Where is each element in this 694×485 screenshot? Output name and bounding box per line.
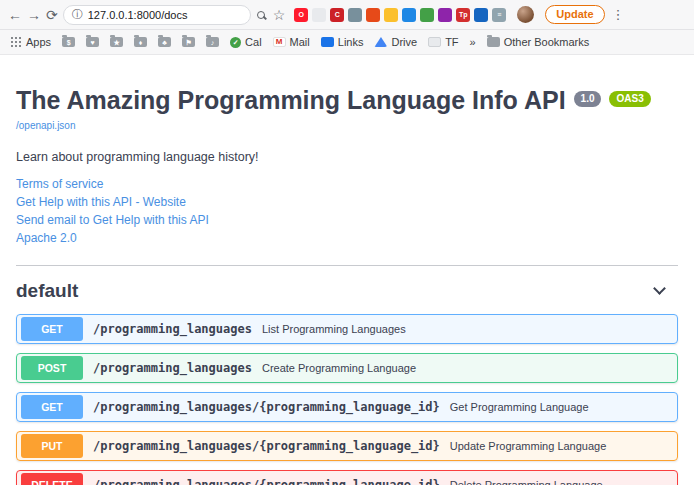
tag-section-title: default: [16, 280, 78, 302]
bookmark-icon: ♦: [134, 37, 147, 47]
tag-section-header[interactable]: default: [16, 266, 678, 314]
method-badge: PUT: [21, 434, 83, 458]
browser-menu-icon[interactable]: ⋮: [612, 8, 625, 21]
operation-summary: List Programming Languages: [262, 323, 406, 335]
bookmark-item[interactable]: Drive: [374, 36, 417, 48]
operation-row[interactable]: DELETE /programming_languages/{programmi…: [16, 470, 678, 485]
forward-icon[interactable]: →: [27, 8, 41, 22]
operation-summary: Create Programming Language: [262, 362, 416, 374]
bookmark-icon: ✓: [230, 37, 241, 48]
bookmark-icon: ♥: [86, 37, 99, 47]
extension-icon[interactable]: [384, 8, 398, 22]
operation-summary: Get Programming Language: [450, 401, 589, 413]
extensions-row: O C Tp ≡: [294, 8, 506, 22]
method-badge: DELETE: [21, 473, 83, 485]
bookmark-item[interactable]: TF: [428, 36, 458, 48]
extension-icon[interactable]: [366, 8, 380, 22]
method-badge: GET: [21, 395, 83, 419]
bookmark-icon-badge: ♪: [211, 39, 215, 46]
bookmark-icon: ⚑: [182, 37, 195, 47]
browser-toolbar: ← → ⟳ ⓘ 127.0.0.1:8000/docs ☆ O C Tp: [0, 0, 694, 30]
bookmark-icon: [428, 37, 441, 47]
bookmark-icon-badge: ★: [113, 39, 119, 46]
bookmark-icon: [374, 37, 387, 47]
bookmark-icon: [487, 37, 500, 47]
bookmarks-bar: Apps $ ♥ ★ ♦ ♣ ⚑ ♪: [0, 30, 694, 55]
extension-glyph: ≡: [497, 11, 501, 18]
extension-icon[interactable]: [474, 8, 488, 22]
bookmark-item[interactable]: Other Bookmarks: [487, 36, 590, 48]
api-info-link[interactable]: Apache 2.0: [16, 231, 678, 245]
bookmark-icon-badge: ♥: [91, 39, 95, 46]
bookmark-icon-badge: ⚑: [185, 39, 191, 46]
api-links: Terms of service Get Help with this API …: [16, 177, 678, 245]
bookmark-item[interactable]: »: [470, 36, 476, 48]
version-badge: 1.0: [574, 91, 602, 107]
bookmark-icon: [321, 37, 334, 47]
extension-icon[interactable]: [312, 8, 326, 22]
back-icon[interactable]: ←: [8, 8, 22, 22]
bookmark-icon-badge: $: [67, 39, 71, 46]
operation-path: /programming_languages: [93, 322, 252, 336]
bookmark-label: Drive: [391, 36, 417, 48]
operation-path: /programming_languages/{programming_lang…: [93, 439, 440, 453]
bookmark-icon: ♪: [206, 37, 219, 47]
update-button[interactable]: Update: [545, 5, 604, 24]
search-icon[interactable]: [257, 11, 265, 19]
bookmark-icon: ♣: [158, 37, 171, 47]
operation-row[interactable]: PUT /programming_languages/{programming_…: [16, 431, 678, 461]
bookmark-item[interactable]: ✓ Cal: [230, 36, 262, 48]
operation-row[interactable]: POST /programming_languages Create Progr…: [16, 353, 678, 383]
bookmark-item[interactable]: ♦: [134, 37, 147, 47]
oas3-badge: OAS3: [609, 91, 650, 107]
api-description: Learn about programming language history…: [16, 150, 678, 164]
operations-list: GET /programming_languages List Programm…: [16, 314, 678, 485]
bookmark-item[interactable]: ♥: [86, 37, 99, 47]
operation-row[interactable]: GET /programming_languages/{programming_…: [16, 392, 678, 422]
api-info-link[interactable]: Send email to Get Help with this API: [16, 213, 678, 227]
extension-icon[interactable]: [402, 8, 416, 22]
bookmark-icon: ★: [110, 37, 123, 47]
extension-glyph: C: [335, 11, 340, 18]
bookmark-icon: M: [273, 37, 286, 47]
extension-icon[interactable]: O: [294, 8, 308, 22]
extension-glyph: O: [299, 11, 304, 18]
extension-icon[interactable]: ≡: [492, 8, 506, 22]
bookmark-item[interactable]: Apps: [10, 36, 51, 48]
bookmark-item[interactable]: M Mail: [273, 36, 310, 48]
bookmark-label: Apps: [26, 36, 51, 48]
site-info-icon[interactable]: ⓘ: [72, 7, 83, 22]
bookmark-item[interactable]: ⚑: [182, 37, 195, 47]
method-badge: GET: [21, 317, 83, 341]
extension-icon[interactable]: Tp: [456, 8, 470, 22]
extension-icon[interactable]: C: [330, 8, 344, 22]
api-info-link[interactable]: Get Help with this API - Website: [16, 195, 678, 209]
bookmark-icon-badge: ✓: [233, 39, 239, 46]
bookmark-star-icon[interactable]: ☆: [273, 8, 286, 22]
swagger-page: The Amazing Programming Language Info AP…: [0, 87, 694, 485]
operation-row[interactable]: GET /programming_languages List Programm…: [16, 314, 678, 344]
openapi-spec-link[interactable]: /openapi.json: [16, 120, 76, 131]
profile-avatar[interactable]: [517, 6, 534, 23]
extension-icon[interactable]: [348, 8, 362, 22]
operation-summary: Delete Programming Language: [450, 479, 603, 485]
chevron-down-icon[interactable]: [653, 282, 666, 295]
bookmark-item[interactable]: ♪: [206, 37, 219, 47]
extension-glyph: Tp: [459, 11, 468, 18]
bookmark-item[interactable]: ♣: [158, 37, 171, 47]
extension-icon[interactable]: [420, 8, 434, 22]
bookmark-icon-badge: ♦: [139, 39, 143, 46]
api-title-row: The Amazing Programming Language Info AP…: [16, 87, 678, 115]
bookmark-item[interactable]: $: [62, 37, 75, 47]
reload-icon[interactable]: ⟳: [46, 8, 58, 22]
extension-icon[interactable]: [438, 8, 452, 22]
bookmark-item[interactable]: Links: [321, 36, 364, 48]
bookmark-item[interactable]: ★: [110, 37, 123, 47]
address-bar[interactable]: ⓘ 127.0.0.1:8000/docs: [63, 5, 251, 25]
bookmark-icon: [10, 36, 22, 48]
bookmark-label: TF: [445, 36, 458, 48]
method-badge: POST: [21, 356, 83, 380]
page-title: The Amazing Programming Language Info AP…: [16, 87, 566, 115]
operation-summary: Update Programming Language: [450, 440, 607, 452]
api-info-link[interactable]: Terms of service: [16, 177, 678, 191]
